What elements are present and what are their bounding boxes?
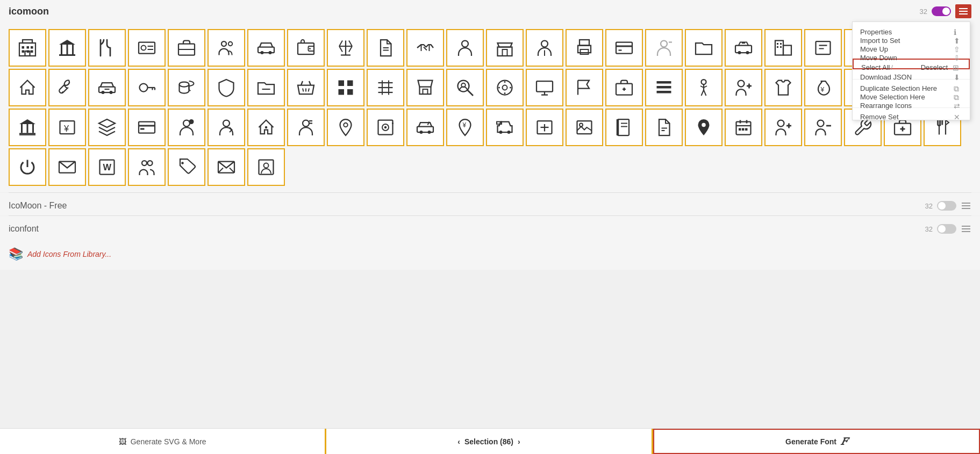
icon-taxi2[interactable]: [486, 109, 524, 146]
set2-header: IcoMoon - Free 32: [0, 193, 980, 215]
menu-properties[interactable]: Properties ℹ: [853, 24, 970, 33]
icon-taxi[interactable]: [725, 29, 762, 67]
set1-menu-button[interactable]: Properties ℹ Import to Set ⬆ Move Up ⇧ M…: [955, 4, 971, 18]
icon-picture[interactable]: [566, 109, 603, 146]
icon-basket[interactable]: [287, 69, 325, 106]
icon-location[interactable]: [327, 109, 364, 146]
icon-person3[interactable]: [168, 109, 205, 146]
svg-text:¥: ¥: [462, 121, 467, 129]
set2-toggle[interactable]: [937, 201, 956, 211]
icon-contact[interactable]: [247, 148, 285, 186]
icon-tools[interactable]: [48, 69, 86, 106]
icon-safe[interactable]: [367, 109, 404, 146]
generate-svg-button[interactable]: 🖼 Generate SVG & More: [0, 429, 325, 454]
svg-rect-93: [537, 81, 553, 92]
icon-circle-dots[interactable]: [486, 69, 524, 106]
icon-apps[interactable]: [327, 69, 364, 106]
svg-rect-11: [72, 45, 74, 54]
icon-id-card[interactable]: [128, 29, 166, 67]
icon-handshake[interactable]: [406, 29, 444, 67]
icon-yen3[interactable]: ¥: [446, 109, 484, 146]
icon-scale[interactable]: [327, 29, 364, 67]
arrow-right-icon: ›: [518, 437, 520, 446]
icon-people2[interactable]: [128, 148, 166, 186]
icon-document2[interactable]: [645, 109, 683, 146]
icon-home2[interactable]: [247, 109, 285, 146]
icon-flag[interactable]: [566, 69, 603, 106]
icon-car3[interactable]: [406, 109, 444, 146]
icon-id[interactable]: [804, 29, 842, 67]
icon-food[interactable]: [88, 29, 126, 67]
svg-point-179: [142, 161, 147, 165]
icon-word[interactable]: W: [88, 148, 126, 186]
menu-remove-set[interactable]: Remove Set ✕: [853, 109, 970, 118]
icon-briefcase2[interactable]: [605, 69, 643, 106]
icon-person-remove[interactable]: [804, 109, 842, 146]
selection-button[interactable]: ‹ Selection (86) ›: [325, 429, 653, 454]
icon-pin[interactable]: [685, 109, 723, 146]
icon-person2[interactable]: [526, 29, 563, 67]
icon-layers[interactable]: [88, 109, 126, 146]
svg-point-65: [140, 84, 148, 92]
icon-store[interactable]: [486, 29, 524, 67]
svg-rect-75: [347, 81, 353, 87]
icon-yen4[interactable]: [526, 109, 563, 146]
icon-person5[interactable]: [287, 109, 325, 146]
icon-search-person[interactable]: [446, 69, 484, 106]
duplicate-icon: ⧉: [954, 84, 962, 85]
icon-tag[interactable]: [168, 148, 205, 186]
icon-people[interactable]: [208, 29, 245, 67]
icon-folder2[interactable]: [247, 69, 285, 106]
icon-person-stand[interactable]: [685, 69, 723, 106]
icon-book[interactable]: [605, 109, 643, 146]
icon-wallet[interactable]: [287, 29, 325, 67]
set2-menu-button[interactable]: [961, 200, 971, 211]
icon-email2[interactable]: [208, 148, 245, 186]
generate-font-button[interactable]: Generate Font 𝐹: [653, 429, 980, 454]
icon-building[interactable]: [9, 29, 46, 67]
svg-rect-148: [577, 121, 592, 134]
icon-shield[interactable]: [208, 69, 245, 106]
icon-list[interactable]: [645, 69, 683, 106]
icon-car2[interactable]: [88, 69, 126, 106]
icon-person[interactable]: [446, 29, 484, 67]
icon-shirt[interactable]: [764, 69, 802, 106]
icon-person-add[interactable]: [725, 69, 762, 106]
icon-key[interactable]: [128, 69, 166, 106]
set3-toggle[interactable]: [937, 224, 956, 234]
icon-home[interactable]: [9, 69, 46, 106]
icon-printer[interactable]: [566, 29, 603, 67]
icon-calendar[interactable]: [725, 109, 762, 146]
icon-office[interactable]: [764, 29, 802, 67]
set3-count: 32: [925, 225, 933, 233]
icon-card2[interactable]: [128, 109, 166, 146]
svg-rect-163: [745, 128, 748, 131]
icon-screen[interactable]: [526, 69, 563, 106]
icon-person-add2[interactable]: [764, 109, 802, 146]
icon-grid[interactable]: [367, 69, 404, 106]
icon-yen2[interactable]: ¥: [48, 109, 86, 146]
icon-email[interactable]: [48, 148, 86, 186]
icon-person-gray[interactable]: [645, 29, 683, 67]
icon-money-bag[interactable]: ¥: [804, 69, 842, 106]
add-icons-link[interactable]: Add Icons From Library...: [27, 250, 111, 258]
icon-shop[interactable]: [406, 69, 444, 106]
menu-duplicate-selection[interactable]: Duplicate Selection Here ⧉: [853, 81, 970, 89]
icon-person4[interactable]: [208, 109, 245, 146]
icon-briefcase[interactable]: [168, 29, 205, 67]
import-icon: ⬆: [954, 37, 962, 38]
svg-point-186: [264, 163, 269, 168]
icon-document[interactable]: [367, 29, 404, 67]
icon-bank[interactable]: [48, 29, 86, 67]
icon-car[interactable]: [247, 29, 285, 67]
icon-card[interactable]: [605, 29, 643, 67]
icon-folder[interactable]: [685, 29, 723, 67]
set1-toggle[interactable]: [932, 6, 951, 16]
icon-coins[interactable]: [168, 69, 205, 106]
icon-bank2[interactable]: [9, 109, 46, 146]
svg-point-34: [541, 41, 548, 47]
arrow-left-icon: ‹: [457, 437, 460, 446]
set3-menu-button[interactable]: [961, 224, 971, 234]
svg-rect-32: [498, 47, 512, 56]
icon-power[interactable]: [9, 148, 46, 186]
